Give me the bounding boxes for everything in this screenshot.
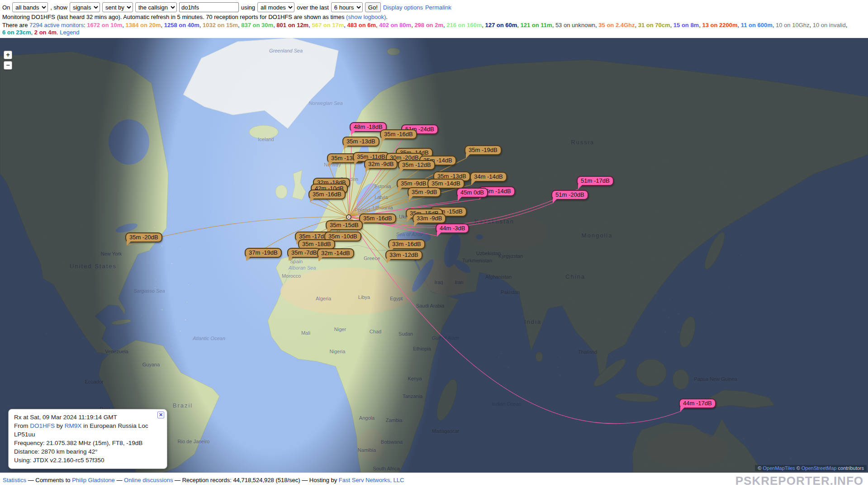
band-count: 35 on 2.4Ghz <box>598 22 635 28</box>
band-count: 298 on 2m <box>414 22 443 28</box>
band-count: 801 on 12m <box>276 22 308 28</box>
popup-software: Using: JTDX v2.2.160-rc5 57f350 <box>14 456 162 464</box>
legend-link[interactable]: Legend <box>60 29 79 36</box>
zoom-in-button[interactable]: + <box>4 51 12 59</box>
reception-balloon[interactable]: 37m -19dB <box>245 248 282 258</box>
monitors-prefix: There are <box>2 22 29 28</box>
active-monitors-link[interactable]: 7294 active monitors <box>29 22 84 28</box>
reception-balloon[interactable]: 33m -12dB <box>385 250 422 260</box>
band-count: 216 on 160m <box>446 22 482 28</box>
reception-balloon[interactable]: 35m -12dB <box>398 160 435 170</box>
reception-balloon[interactable]: 35m -7dB <box>287 248 321 258</box>
band-count: 1672 on 10m <box>87 22 122 28</box>
band-count: 31 on 70cm <box>638 22 670 28</box>
band-count: 483 on 6m <box>347 22 376 28</box>
map-canvas[interactable]: Greenland SeaNorwegian SeaSargasso SeaAt… <box>0 38 868 473</box>
band-count: 10 on invalid <box>813 22 846 28</box>
popup-sender-link[interactable]: DO1HFS <box>30 422 55 429</box>
band-count: 1032 on 15m <box>203 22 238 28</box>
monitors-line: There are 7294 active monitors: 1672 on … <box>0 21 868 37</box>
openstreetmap-link[interactable]: OpenStreetMap <box>802 465 837 471</box>
footer-text: — <box>115 477 124 483</box>
what-select[interactable]: signals <box>70 2 100 12</box>
reception-balloon[interactable]: 35m -16dB <box>380 129 417 139</box>
reception-balloon[interactable]: 35m -16dB <box>359 213 396 223</box>
reception-balloon[interactable]: 35m -16dB <box>308 190 346 199</box>
overlast-label: over the last <box>297 4 329 11</box>
popup-close-icon[interactable]: ✕ <box>157 412 164 418</box>
band-count: 53 on unknown <box>555 22 595 28</box>
band-count: 15 on 8m <box>674 22 699 28</box>
reception-balloon[interactable]: 33m -9dB <box>413 213 446 223</box>
band-count: 402 on 80m <box>379 22 411 28</box>
reception-balloon[interactable]: 35m -20dB <box>125 232 162 242</box>
on-label: On <box>2 4 10 11</box>
footer-links-line: Statistics — Comments to Philip Gladston… <box>3 477 404 483</box>
reception-balloon[interactable]: 35m -13dB <box>342 137 379 147</box>
reception-balloon[interactable]: 32m -9dB <box>364 159 398 169</box>
map-attribution: © OpenMapTiles © OpenStreetMap contribut… <box>755 465 867 471</box>
monitoring-status-line: Monitoring DO1HFS (last heard 32 mins ag… <box>0 13 868 21</box>
openmaptiles-link[interactable]: OpenMapTiles <box>763 465 795 471</box>
band-count: 1384 on 20m <box>125 22 161 28</box>
band-count: 127 on 60m <box>485 22 517 28</box>
attrib-mid: © <box>795 465 802 471</box>
popup-from-prefix: From <box>14 422 30 429</box>
query-toolbar: On all bands , show signals sent by the … <box>0 0 868 13</box>
band-count: 2 on 4m <box>34 29 57 36</box>
footer-bar: Statistics — Comments to Philip Gladston… <box>0 473 868 488</box>
monitoring-text: Monitoring DO1HFS (last heard 32 mins ag… <box>2 14 346 20</box>
band-count: 6 on 23cm <box>2 29 31 36</box>
reception-balloon[interactable]: 35m -19dB <box>465 145 502 155</box>
popup-frequency: Frequency: 21.075.382 MHz (15m), FT8, -1… <box>14 439 162 447</box>
band-count: 11 on 600m <box>741 22 773 28</box>
footer-link-fast-serv-networks-llc[interactable]: Fast Serv Networks, LLC <box>339 477 404 483</box>
footer-text: — Reception records: 44,718,524,928 (518… <box>173 477 338 483</box>
band-count: 10 on 10Ghz <box>776 22 809 28</box>
footer-text: — Comments to <box>26 477 72 483</box>
reception-balloons-layer: 48m -18dB51m -24dB35m -16dB35m -13dB35m … <box>0 38 868 473</box>
show-label: , show <box>50 4 67 11</box>
period-select[interactable]: 6 hours <box>331 2 363 12</box>
zoom-control: + − <box>4 51 12 70</box>
direction-select[interactable]: sent by <box>102 2 133 12</box>
attrib-prefix: © <box>758 465 763 471</box>
popup-receiver-link[interactable]: RM9X <box>65 422 82 429</box>
band-count: 567 on 17m <box>312 22 344 28</box>
footer-link-statistics[interactable]: Statistics <box>3 477 26 483</box>
band-count: 1258 on 40m <box>164 22 199 28</box>
band-select[interactable]: all bands <box>12 2 48 12</box>
attrib-suffix: contributors <box>836 465 864 471</box>
band-count: 13 on 2200m <box>702 22 737 28</box>
reception-balloon[interactable]: 45m 0dB <box>456 188 488 198</box>
popup-distance: Distance: 2870 km bearing 42° <box>14 447 162 456</box>
pskreporter-watermark: PSKREPORTER.INFO <box>735 474 863 488</box>
reception-report-popup: ✕ Rx at Sat, 09 Mar 2024 11:19:14 GMT Fr… <box>8 409 167 469</box>
header: On all bands , show signals sent by the … <box>0 0 868 38</box>
zoom-out-button[interactable]: − <box>4 61 12 70</box>
reception-balloon[interactable]: 44m -3dB <box>436 223 469 233</box>
reception-balloon[interactable]: 34m -14dB <box>470 172 507 182</box>
permalink-link[interactable]: Permalink <box>425 4 451 11</box>
popup-by-label: by <box>55 422 65 429</box>
band-count: 121 on 11m <box>521 22 552 28</box>
status-period: . <box>386 14 388 20</box>
callsign-input[interactable] <box>179 2 239 12</box>
band-count-list: 1672 on 10m, 1384 on 20m, 1258 on 40m, 1… <box>2 22 847 36</box>
mode-select[interactable]: all modes <box>257 2 294 12</box>
reception-balloon[interactable]: 33m -16dB <box>388 239 425 249</box>
display-options-link[interactable]: Display options <box>383 4 423 11</box>
reception-balloon[interactable]: 32m -14dB <box>317 248 354 258</box>
footer-link-online-discussions[interactable]: Online discussions <box>124 477 173 483</box>
reception-balloon[interactable]: 35m -9dB <box>408 187 441 197</box>
reception-balloon[interactable]: 44m -17dB <box>679 398 716 408</box>
reception-balloon[interactable]: 35m -15dB <box>326 220 363 230</box>
reception-balloon[interactable]: 51m -20dB <box>551 190 588 200</box>
footer-link-philip-gladstone[interactable]: Philip Gladstone <box>72 477 115 483</box>
reception-balloon[interactable]: 51m -17dB <box>577 176 614 186</box>
band-count: 837 on 30m <box>241 22 273 28</box>
using-label: using <box>241 4 255 11</box>
go-button[interactable]: Go! <box>365 2 381 12</box>
show-logbook-link[interactable]: (show logbook) <box>346 14 386 20</box>
entity-select[interactable]: the callsign <box>135 2 177 12</box>
